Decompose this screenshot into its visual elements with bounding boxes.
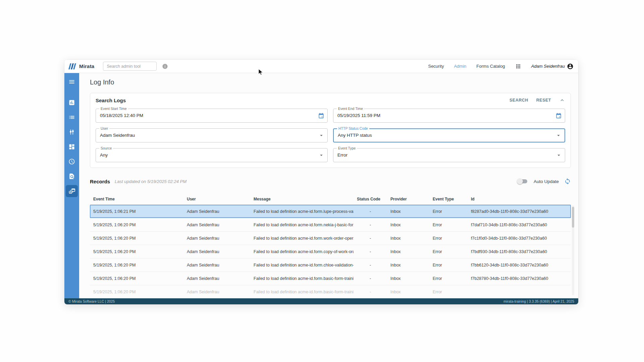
http-status-code-select[interactable]: HTTP Status Code Any HTTP status	[333, 128, 565, 142]
cell-message: Failed to load definition acme-id.form.w…	[250, 236, 354, 241]
cell-event-type: Error	[429, 236, 468, 241]
cell-status-code: -	[354, 249, 387, 254]
source-value[interactable]: Any	[96, 148, 327, 162]
event-start-time-label: Event Start Time	[99, 107, 128, 111]
cell-event-type: Error	[429, 209, 468, 214]
records-table: Event Time User Message Status Code Prov…	[90, 193, 571, 298]
auto-update-toggle[interactable]	[517, 178, 528, 185]
table-row[interactable]: 5/19/2025, 1:06:20 PM Adam Seidenfrau Fa…	[90, 272, 571, 285]
top-nav: Security Admin Forms Catalog Adam Seiden…	[428, 63, 574, 70]
nav-admin[interactable]: Admin	[454, 64, 466, 69]
cell-event-time: 5/19/2025, 1:06:21 PM	[90, 209, 183, 214]
cell-message: Failed to load definition acme-id.form.b…	[250, 290, 354, 294]
dropdown-arrow-icon[interactable]	[318, 152, 324, 158]
table-row[interactable]: 5/19/2025, 1:06:20 PM Adam Seidenfrau Fa…	[90, 232, 571, 245]
document-search-icon[interactable]	[66, 170, 78, 182]
brand-logo[interactable]: Mirata	[68, 63, 94, 70]
user-label: User	[99, 126, 109, 130]
user-select[interactable]: User Adam Seidenfrau	[96, 128, 328, 142]
tune-sliders-icon[interactable]	[66, 126, 78, 138]
col-id[interactable]: Id	[468, 197, 571, 201]
cell-user: Adam Seidenfrau	[183, 209, 250, 214]
records-header: Records Last updated on 5/19/2025 02:24 …	[90, 178, 571, 185]
cell-user: Adam Seidenfrau	[183, 236, 250, 241]
cell-provider: Inbox	[387, 236, 429, 241]
records-title: Records	[90, 179, 110, 184]
page-title: Log Info	[90, 78, 571, 86]
search-logs-panel: Search Logs SEARCH RESET Event Start Tim…	[90, 93, 571, 168]
table-scrollbar[interactable]	[572, 205, 574, 295]
info-icon[interactable]	[162, 63, 168, 69]
col-message[interactable]: Message	[250, 197, 354, 201]
table-row[interactable]: 5/19/2025, 1:06:20 PM Adam Seidenfrau Fa…	[90, 285, 571, 298]
col-event-type[interactable]: Event Type	[429, 197, 468, 201]
cell-event-time: 5/19/2025, 1:06:20 PM	[90, 236, 183, 241]
user-name: Adam Seidenfrau	[531, 64, 565, 69]
apps-grid-icon[interactable]	[515, 63, 521, 69]
chevron-up-icon[interactable]	[559, 97, 565, 103]
col-user[interactable]: User	[183, 197, 250, 201]
table-body: 5/19/2025, 1:06:21 PM Adam Seidenfrau Fa…	[90, 205, 571, 298]
sidebar	[64, 73, 79, 298]
event-end-time-field[interactable]: Event End Time 05/19/2025 11:59 PM	[333, 109, 565, 123]
scrollbar-thumb[interactable]	[572, 207, 574, 228]
stacked-pages-icon[interactable]	[66, 185, 78, 197]
cell-message: Failed to load definition acme-id.form.c…	[250, 263, 354, 267]
table-row[interactable]: 5/19/2025, 1:06:21 PM Adam Seidenfrau Fa…	[90, 205, 571, 218]
calendar-icon[interactable]	[555, 113, 562, 119]
cell-user: Adam Seidenfrau	[183, 276, 250, 281]
cell-provider: Inbox	[387, 290, 429, 294]
dashboard-icon[interactable]	[66, 141, 78, 153]
cell-status-code: -	[354, 263, 387, 267]
col-event-time[interactable]: Event Time	[90, 197, 183, 201]
bar-chart-icon[interactable]	[66, 97, 78, 109]
list-icon[interactable]	[66, 111, 78, 123]
reset-button[interactable]: RESET	[536, 98, 551, 103]
event-type-select[interactable]: Event Type Error	[333, 148, 565, 162]
cell-id: f7bb6120-34db-11f0-808c-33d77e230a60	[468, 263, 571, 267]
table-row[interactable]: 5/19/2025, 1:06:20 PM Adam Seidenfrau Fa…	[90, 258, 571, 272]
cell-event-type: Error	[429, 276, 468, 281]
search-button[interactable]: SEARCH	[509, 98, 528, 103]
user-menu[interactable]: Adam Seidenfrau	[531, 63, 574, 70]
source-select[interactable]: Source Any	[96, 148, 328, 162]
search-input[interactable]	[103, 62, 157, 71]
cell-user: Adam Seidenfrau	[183, 263, 250, 267]
cell-provider: Inbox	[387, 209, 429, 214]
dropdown-arrow-icon[interactable]	[318, 132, 324, 138]
search-logs-title: Search Logs	[96, 98, 126, 103]
cell-event-time: 5/19/2025, 1:06:20 PM	[90, 249, 183, 254]
menu-icon[interactable]	[66, 76, 78, 88]
cell-user: Adam Seidenfrau	[183, 223, 250, 227]
col-status-code[interactable]: Status Code	[354, 197, 387, 201]
calendar-icon[interactable]	[318, 113, 324, 119]
cell-id: f8287ad0-34db-11f0-808c-33d77e230a60	[468, 209, 571, 214]
http-status-code-value[interactable]: Any HTTP status	[334, 129, 565, 142]
table-row[interactable]: 5/19/2025, 1:06:20 PM Adam Seidenfrau Fa…	[90, 218, 571, 232]
cell-event-type: Error	[429, 223, 468, 227]
main-content: Log Info Search Logs SEARCH RESET Eve	[79, 73, 578, 298]
cell-id: f7bdf930-34db-11f0-808c-33d77e230a60	[468, 249, 571, 254]
clock-icon[interactable]	[66, 156, 78, 168]
table-row[interactable]: 5/19/2025, 1:06:20 PM Adam Seidenfrau Fa…	[90, 245, 571, 258]
user-value[interactable]: Adam Seidenfrau	[96, 129, 327, 142]
brand-name: Mirata	[79, 63, 94, 69]
cell-id: f7daf710-34db-11f0-808c-33d77e230a60	[468, 223, 571, 227]
event-type-value[interactable]: Error	[333, 148, 565, 162]
cell-user: Adam Seidenfrau	[183, 249, 250, 254]
cell-provider: Inbox	[387, 276, 429, 281]
dropdown-arrow-icon[interactable]	[555, 132, 561, 138]
col-provider[interactable]: Provider	[387, 197, 429, 201]
nav-security[interactable]: Security	[428, 64, 444, 69]
cell-event-time: 5/19/2025, 1:06:20 PM	[90, 263, 183, 267]
event-start-time-field[interactable]: Event Start Time 05/18/2025 12:40 PM	[96, 109, 328, 123]
event-type-label: Event Type	[337, 146, 357, 150]
event-start-time-value[interactable]: 05/18/2025 12:40 PM	[96, 109, 327, 122]
event-end-time-value[interactable]: 05/19/2025 11:59 PM	[333, 109, 565, 122]
cell-status-code: -	[354, 236, 387, 241]
refresh-icon[interactable]	[564, 178, 571, 185]
source-label: Source	[99, 146, 113, 150]
records-last-updated: Last updated on 5/19/2025 02:24 PM	[115, 179, 186, 184]
dropdown-arrow-icon[interactable]	[556, 152, 562, 158]
nav-forms-catalog[interactable]: Forms Catalog	[476, 64, 505, 69]
